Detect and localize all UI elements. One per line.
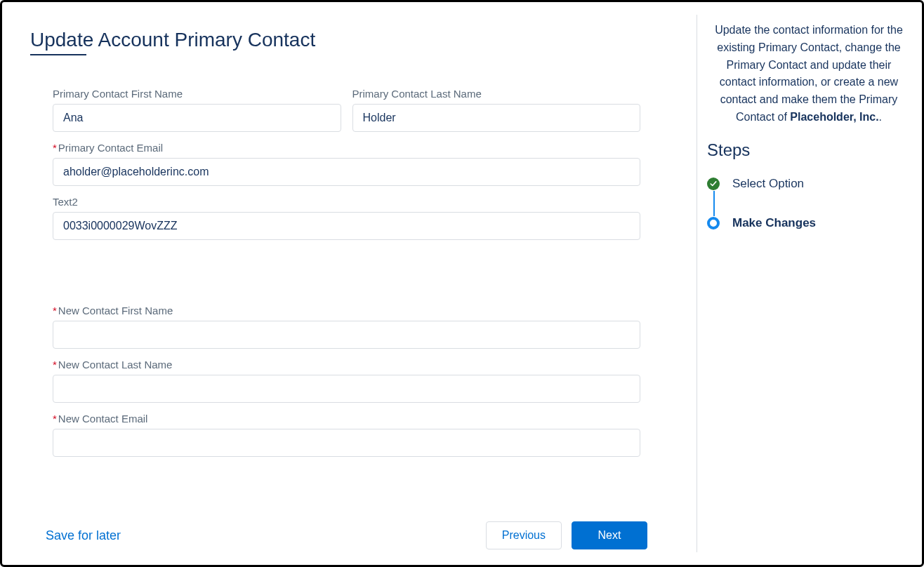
steps-list: Select Option Make Changes [707,177,911,230]
new-last-name-label-text: New Contact Last Name [58,359,173,371]
new-email-label: *New Contact Email [53,413,640,425]
steps-heading: Steps [707,140,911,160]
section-gap [53,250,640,305]
primary-first-name-field: Primary Contact First Name [53,88,341,132]
new-first-name-field: *New Contact First Name [53,305,640,349]
new-first-name-label-text: New Contact First Name [58,305,173,316]
sidebar-help-text: Update the contact information for the e… [707,22,911,126]
primary-email-label: *Primary Contact Email [53,142,640,154]
primary-last-name-field: Primary Contact Last Name [352,88,641,132]
sidebar-panel: Update the contact information for the e… [707,15,915,552]
current-step-icon [707,217,720,229]
required-asterisk: * [53,359,57,371]
sidebar-help-suffix: . [879,111,882,123]
step-connector [713,191,715,216]
new-email-input[interactable] [53,429,640,457]
check-circle-icon [707,178,720,190]
previous-button[interactable]: Previous [486,521,562,549]
new-email-field: *New Contact Email [53,413,640,457]
required-asterisk: * [53,413,57,425]
title-underline [30,54,86,55]
new-last-name-field: *New Contact Last Name [53,359,640,403]
save-for-later-link[interactable]: Save for later [46,528,121,543]
next-button[interactable]: Next [572,521,647,549]
primary-email-label-text: Primary Contact Email [58,142,163,154]
step-label: Make Changes [732,216,816,230]
vertical-divider [697,15,697,552]
required-asterisk: * [53,142,57,154]
primary-email-field: *Primary Contact Email [53,142,640,186]
primary-first-name-input[interactable] [53,104,341,132]
footer-bar: Save for later Previous Next [30,513,663,552]
sidebar-help-bold: Placeholder, Inc. [790,111,878,123]
step-label: Select Option [732,177,804,191]
app-frame: Update Account Primary Contact Primary C… [0,0,924,567]
step-make-changes: Make Changes [707,216,911,230]
step-select-option: Select Option [707,177,911,191]
primary-last-name-label: Primary Contact Last Name [352,88,641,100]
required-asterisk: * [53,305,57,316]
new-email-label-text: New Contact Email [58,413,148,425]
primary-last-name-input[interactable] [352,104,641,132]
primary-email-input[interactable] [53,158,640,186]
primary-name-row: Primary Contact First Name Primary Conta… [53,88,640,142]
form-area: Primary Contact First Name Primary Conta… [30,88,663,513]
primary-first-name-label: Primary Contact First Name [53,88,341,100]
main-panel: Update Account Primary Contact Primary C… [15,15,678,552]
text2-field: Text2 [53,196,640,240]
new-first-name-input[interactable] [53,321,640,349]
text2-label: Text2 [53,196,640,208]
text2-input[interactable] [53,212,640,240]
new-last-name-input[interactable] [53,375,640,403]
sidebar-help-prefix: Update the contact information for the e… [715,24,903,123]
page-title: Update Account Primary Contact [30,29,663,51]
new-last-name-label: *New Contact Last Name [53,359,640,371]
new-first-name-label: *New Contact First Name [53,305,640,316]
